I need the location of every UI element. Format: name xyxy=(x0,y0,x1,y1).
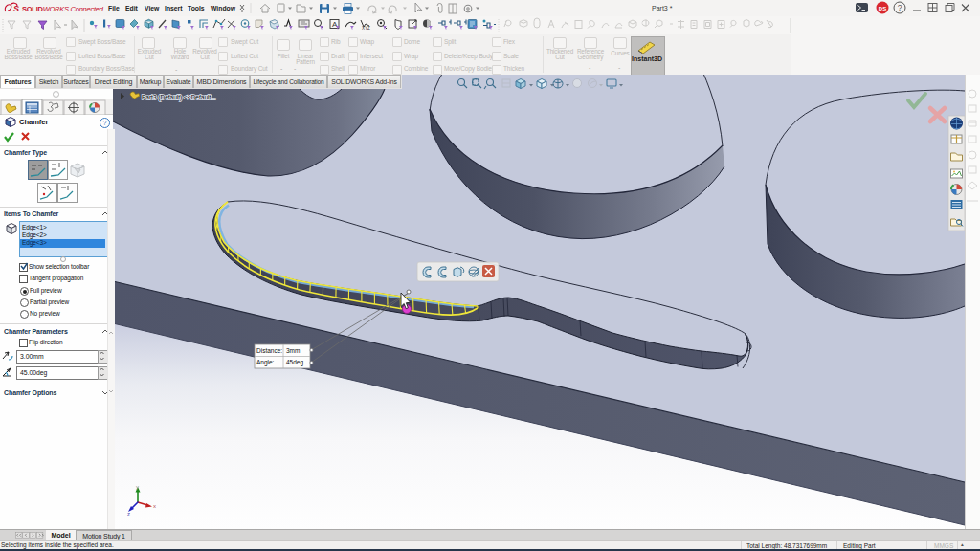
svg-text:45deg: 45deg xyxy=(286,359,303,366)
svg-text:Part3 (Default) <<Default...: Part3 (Default) <<Default... xyxy=(142,94,216,101)
svg-text:y: y xyxy=(136,484,139,490)
svg-text:z: z xyxy=(127,511,130,517)
svg-text:Angle:: Angle: xyxy=(256,359,275,366)
svg-text:Distance:: Distance: xyxy=(256,347,282,354)
svg-text:3mm: 3mm xyxy=(286,347,300,354)
svg-text:x: x xyxy=(153,503,156,509)
